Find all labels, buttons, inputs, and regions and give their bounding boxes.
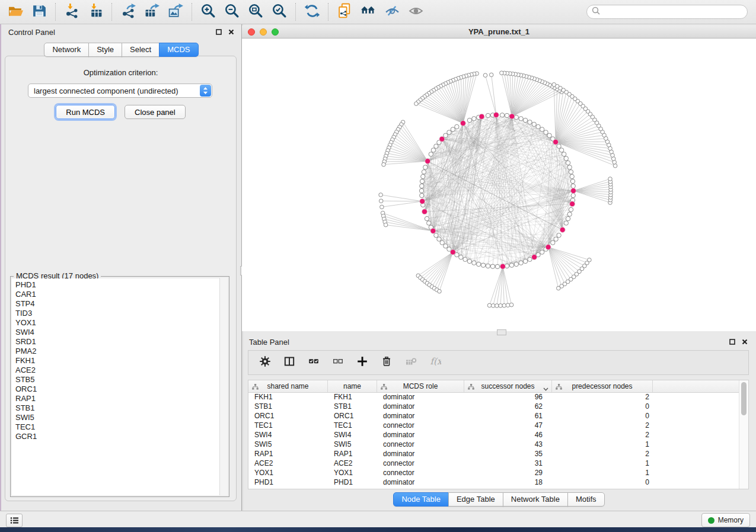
network-from-selection-button[interactable] [333,1,356,23]
zoom-fit-button[interactable] [244,1,267,23]
toggle-columns-button[interactable] [282,355,296,370]
tab-edge-table[interactable]: Edge Table [448,492,503,507]
column-header-name[interactable]: name [328,380,377,392]
tab-motifs[interactable]: Motifs [567,492,605,507]
tab-network-table[interactable]: Network Table [503,492,568,507]
column-header-shared-name[interactable]: shared name [248,380,328,392]
table-row[interactable]: SWI5SWI5connector431 [248,440,739,449]
select-all-checkboxes-button[interactable] [307,355,321,370]
search-icon [592,7,600,17]
result-node[interactable]: YOX1 [15,318,219,328]
import-table-button[interactable] [84,1,107,23]
table-row[interactable]: YOX1YOX1connector291 [248,468,739,477]
table-options-gear-button[interactable] [258,355,272,370]
result-list-scrollbar[interactable] [219,278,228,495]
zoom-selected-button[interactable] [267,1,291,23]
float-table-panel-icon[interactable] [729,339,735,345]
deselect-all-checkboxes-button[interactable] [331,355,345,370]
table-cell: connector [377,440,464,448]
result-node[interactable]: STP4 [15,299,219,309]
main-toolbar [0,0,756,24]
save-session-button[interactable] [27,1,51,23]
attribute-type-icon [556,383,562,392]
float-panel-icon[interactable] [216,29,222,35]
hide-selected-button[interactable] [380,1,404,23]
zoom-in-button[interactable] [196,1,220,23]
search-input[interactable] [600,7,742,17]
cytoscape-app: Control Panel NetworkStyleSelectMCDS Opt… [0,0,756,532]
result-node[interactable]: RAP1 [15,394,219,403]
table-row[interactable]: FKH1FKH1dominator962 [248,392,739,402]
result-node[interactable]: SWI5 [15,413,219,422]
function-builder-button: f(x) [428,355,442,370]
result-node[interactable]: SWI4 [15,328,219,337]
table-scrollbar[interactable] [739,380,748,489]
table-cell: TEC1 [328,421,377,430]
table-row[interactable]: STB1STB1dominator620 [248,402,739,411]
control-panel-tabs: NetworkStyleSelectMCDS [1,43,241,57]
table-row[interactable]: PHD1PHD1dominator180 [248,477,739,487]
open-file-button[interactable] [4,1,27,23]
network-view-canvas[interactable] [242,39,756,331]
result-node[interactable]: SRD1 [15,337,219,347]
export-table-button[interactable] [140,1,164,23]
result-node[interactable]: STB5 [15,375,219,384]
export-image-button[interactable] [164,1,187,23]
table-row[interactable]: RAP1RAP1dominator352 [248,449,739,459]
optimization-criterion-value: largest connected component (undirected) [34,86,178,95]
result-node[interactable]: TID3 [15,309,219,318]
result-node[interactable]: CAR1 [15,290,219,299]
table-row[interactable]: ACE2ACE2connector311 [248,459,739,468]
column-header-predecessor-nodes[interactable]: predecessor nodes [552,380,653,392]
tab-select[interactable]: Select [122,43,160,57]
column-header-MCDS-role[interactable]: MCDS role [377,380,464,392]
show-all-icon [408,3,424,21]
task-history-button[interactable] [6,514,23,527]
delete-column-button[interactable] [379,355,394,370]
close-table-panel-icon[interactable] [742,339,748,345]
tab-node-table[interactable]: Node Table [393,492,449,507]
refresh-button[interactable] [300,1,324,23]
close-panel-icon[interactable] [228,29,234,35]
result-node[interactable]: ACE2 [15,366,219,375]
hide-selected-icon [384,3,400,21]
import-network-button[interactable] [60,1,84,23]
search-box[interactable] [586,5,748,19]
result-node[interactable]: GCR1 [15,432,219,441]
network-graph[interactable] [242,39,756,331]
result-node[interactable]: STB1 [15,403,219,413]
export-network-button[interactable] [116,1,140,23]
result-node[interactable]: PHD1 [15,280,219,290]
table-cell: dominator [377,450,464,458]
delete-table-icon [405,355,417,370]
table-cell: connector [377,469,464,477]
mcds-result-group: MCDS result (17 nodes) PHD1CAR1STP4TID3Y… [10,276,229,497]
table-scrollbar-thumb[interactable] [741,382,747,415]
zoom-out-button[interactable] [220,1,244,23]
table-row[interactable]: SWI4SWI4dominator462 [248,430,739,440]
tab-mcds[interactable]: MCDS [159,43,198,57]
create-column-button[interactable] [355,355,369,370]
tab-style[interactable]: Style [88,43,122,57]
table-row[interactable]: TEC1TEC1connector472 [248,421,739,430]
result-node[interactable]: TEC1 [15,422,219,432]
close-panel-button[interactable]: Close panel [125,105,186,119]
zoom-selected-icon [272,3,288,21]
table-cell: PHD1 [248,478,328,486]
run-mcds-button[interactable]: Run MCDS [56,105,115,119]
table-options-gear-icon [259,355,271,370]
table-row[interactable]: ORC1ORC1dominator610 [248,411,739,421]
result-node[interactable]: PMA2 [15,347,219,356]
table-tabs: Node TableEdge TableNetwork TableMotifs [242,492,756,507]
show-all-button[interactable] [404,1,428,23]
first-neighbors-button[interactable] [356,1,380,23]
tab-network[interactable]: Network [44,43,89,57]
select-all-checkboxes-icon [308,355,320,370]
column-header-successor-nodes[interactable]: successor nodes [464,380,552,392]
optimization-criterion-select[interactable]: largest connected component (undirected) [28,84,212,98]
result-node[interactable]: ORC1 [15,384,219,394]
mcds-result-list[interactable]: PHD1CAR1STP4TID3YOX1SWI4SRD1PMA2FKH1ACE2… [12,278,219,495]
result-node[interactable]: FKH1 [15,356,219,366]
memory-button[interactable]: Memory [701,513,750,527]
network-window-titlebar[interactable]: YPA_prune.txt_1 [242,25,756,39]
